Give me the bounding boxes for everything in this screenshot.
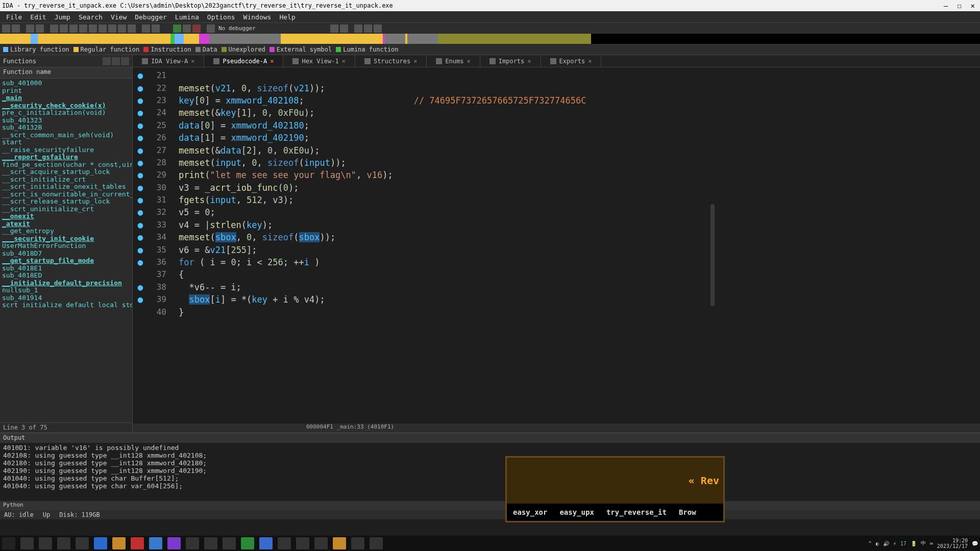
- breakpoint-icon[interactable]: ●: [133, 244, 148, 256]
- code-line[interactable]: ●28memset(input, 0, sizeof(input));: [133, 157, 980, 169]
- function-item[interactable]: __get_startup_file_mode: [0, 257, 132, 265]
- function-item[interactable]: find_pe_section(uchar * const,uint): [0, 161, 132, 169]
- function-item[interactable]: __scrt_acquire_startup_lock: [0, 168, 132, 176]
- code-line[interactable]: ●27memset(&data[2], 0, 0xE0u);: [133, 144, 980, 156]
- tb-icon[interactable]: [108, 24, 116, 33]
- tray-icon[interactable]: 🔋: [911, 541, 917, 546]
- tb-icon[interactable]: [89, 24, 97, 33]
- function-item[interactable]: scrt initialize default local stdi: [0, 302, 132, 309]
- code-line[interactable]: 37{: [133, 268, 980, 281]
- tray-icon[interactable]: ⚡: [893, 541, 896, 546]
- breakpoint-icon[interactable]: ●: [133, 169, 148, 181]
- tab-ida-view-a[interactable]: IDA View-A×: [133, 55, 204, 67]
- tab-close-icon[interactable]: ×: [588, 58, 592, 65]
- tb-icon[interactable]: [364, 24, 372, 33]
- tb-icon[interactable]: [60, 24, 68, 33]
- tray-icon[interactable]: 17: [900, 541, 906, 546]
- function-item[interactable]: sub_401914: [0, 294, 132, 302]
- function-item[interactable]: _main: [0, 94, 132, 102]
- vscode-icon[interactable]: [149, 537, 162, 549]
- breakpoint-icon[interactable]: ●: [133, 82, 148, 94]
- tray-icon[interactable]: ⌨: [930, 541, 933, 546]
- function-item[interactable]: sub_401323: [0, 117, 132, 124]
- tab-close-icon[interactable]: ×: [413, 58, 417, 65]
- popup-tab[interactable]: try_reverse_it: [600, 504, 673, 520]
- maximize-icon[interactable]: ☐: [957, 2, 961, 10]
- pause-icon[interactable]: [183, 24, 191, 33]
- function-item[interactable]: __scrt_initialize_onexit_tables: [0, 183, 132, 191]
- code-line[interactable]: ●26data[1] = xmmword_402190;: [133, 132, 980, 144]
- app-icon[interactable]: [370, 537, 383, 549]
- code-line[interactable]: 40}: [133, 306, 980, 318]
- app-icon[interactable]: [333, 537, 346, 549]
- tb-icon[interactable]: [50, 24, 58, 33]
- code-line[interactable]: ●24memset(&key[1], 0, 0xF0u);: [133, 107, 980, 119]
- function-item[interactable]: UserMathErrorFunction: [0, 242, 132, 250]
- function-item[interactable]: __scrt_common_main_seh(void): [0, 132, 132, 139]
- code-line[interactable]: ●29print("let me see see your flag\n", v…: [133, 169, 980, 181]
- wechat-icon[interactable]: [241, 537, 254, 549]
- app-icon[interactable]: [112, 537, 126, 549]
- tab-close-icon[interactable]: ×: [342, 58, 346, 65]
- open-icon[interactable]: [2, 24, 10, 33]
- tb-icon[interactable]: [340, 24, 348, 33]
- app-icon[interactable]: [186, 537, 199, 549]
- popup-tab[interactable]: easy_xor: [507, 504, 553, 520]
- panel-btn-icon[interactable]: [103, 57, 111, 65]
- terminal-icon[interactable]: [76, 537, 89, 549]
- column-header[interactable]: Function name: [0, 67, 132, 79]
- save-icon[interactable]: [12, 24, 20, 33]
- breakpoint-icon[interactable]: ●: [133, 219, 148, 231]
- function-item[interactable]: __scrt_release_startup_lock: [0, 198, 132, 206]
- output-panel[interactable]: 4010D1: variable 'v16' is possibly undef…: [0, 443, 980, 501]
- browser-popup[interactable]: « Rev easy_xoreasy_upxtry_reverse_itBrow: [505, 456, 725, 522]
- debugger-select[interactable]: No debugger: [218, 25, 256, 32]
- taskbar[interactable]: ^ ◐ 🔊 ⚡ 17 🔋 中 ⌨ 19:202023/12/17 💬: [0, 536, 980, 551]
- breakpoint-icon[interactable]: ●: [133, 69, 148, 82]
- tb-icon[interactable]: [79, 24, 87, 33]
- tb-icon[interactable]: [99, 24, 107, 33]
- back-icon[interactable]: [26, 24, 34, 33]
- code-line[interactable]: ●31fgets(input, 512, v3);: [133, 194, 980, 206]
- function-item[interactable]: ___security_init_cookie: [0, 235, 132, 243]
- tab-pseudocode-a[interactable]: Pseudocode-A×: [204, 55, 283, 67]
- app-icon[interactable]: [131, 537, 144, 549]
- breakpoint-icon[interactable]: ●: [133, 157, 148, 169]
- function-item[interactable]: __initialize_default_precision: [0, 280, 132, 287]
- code-line[interactable]: ●35v6 = &v21[255];: [133, 243, 980, 256]
- stop-icon[interactable]: [192, 24, 201, 33]
- tab-enums[interactable]: Enums×: [427, 55, 480, 67]
- menu-jump[interactable]: Jump: [51, 12, 75, 22]
- function-item[interactable]: nullsub_1: [0, 287, 132, 294]
- function-item[interactable]: __get_entropy: [0, 228, 132, 235]
- tb-icon[interactable]: [69, 24, 78, 33]
- ime-icon[interactable]: 中: [921, 540, 926, 547]
- function-item[interactable]: __scrt_initialize_crt: [0, 176, 132, 184]
- function-item[interactable]: __scrt_is_nonwritable_in_current_ima: [0, 191, 132, 198]
- search-icon[interactable]: [20, 537, 34, 549]
- breakpoint-icon[interactable]: ●: [133, 293, 148, 306]
- function-item[interactable]: sub_401000: [0, 80, 132, 87]
- code-line[interactable]: ●38 *v6-- = i;: [133, 281, 980, 293]
- tab-close-icon[interactable]: ×: [270, 58, 274, 65]
- code-line[interactable]: ●32v5 = 0;: [133, 206, 980, 218]
- panel-btn-icon[interactable]: [112, 57, 120, 65]
- notifications-icon[interactable]: 💬: [972, 541, 978, 546]
- breakpoint-icon[interactable]: ●: [133, 144, 148, 157]
- function-item[interactable]: print: [0, 87, 132, 95]
- menu-options[interactable]: Options: [203, 12, 239, 22]
- code-area[interactable]: ●21●22memset(v21, 0, sizeof(v21));●23key…: [133, 67, 980, 423]
- tb-icon[interactable]: [142, 24, 150, 33]
- start-icon[interactable]: [2, 537, 15, 549]
- function-item[interactable]: sub_40132B: [0, 124, 132, 132]
- tb-icon[interactable]: [128, 24, 136, 33]
- tb-icon[interactable]: [207, 24, 215, 33]
- function-item[interactable]: sub_4018E1: [0, 265, 132, 272]
- breakpoint-icon[interactable]: ●: [133, 94, 148, 107]
- function-list[interactable]: sub_401000print_main__security_check_coo…: [0, 79, 132, 422]
- tab-structures[interactable]: Structures×: [355, 55, 427, 67]
- menu-edit[interactable]: Edit: [26, 12, 50, 22]
- app-icon[interactable]: [351, 537, 364, 549]
- navigation-band[interactable]: [0, 34, 980, 44]
- menu-view[interactable]: View: [107, 12, 131, 22]
